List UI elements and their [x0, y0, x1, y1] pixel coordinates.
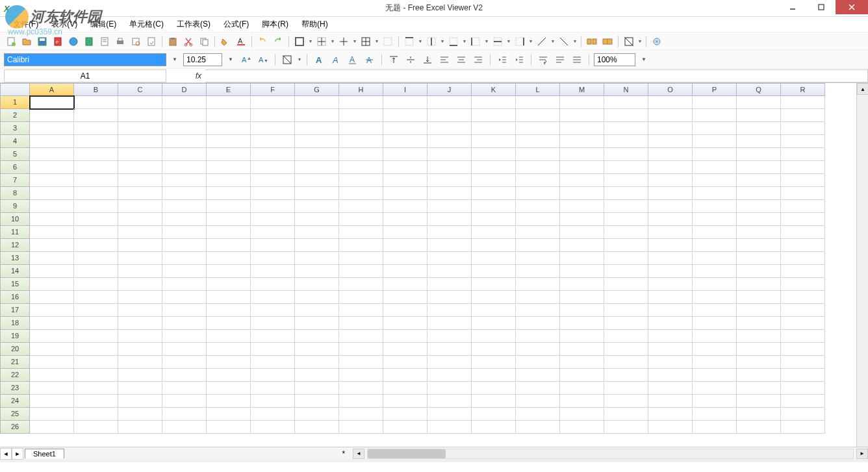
cell[interactable] [648, 135, 693, 148]
cell[interactable] [339, 109, 383, 122]
cell[interactable] [30, 226, 74, 239]
cell[interactable] [207, 265, 251, 278]
cell[interactable] [428, 226, 472, 239]
cell[interactable] [383, 382, 428, 395]
cell[interactable] [737, 382, 781, 395]
rotate-text-icon[interactable] [553, 53, 567, 67]
cell[interactable] [693, 252, 737, 265]
cell[interactable] [295, 408, 339, 421]
cell[interactable] [648, 304, 693, 317]
cell[interactable] [737, 213, 781, 226]
cell[interactable] [648, 109, 693, 122]
cell[interactable] [118, 278, 162, 291]
cell[interactable] [162, 174, 207, 187]
row-header-4[interactable]: 4 [0, 135, 30, 148]
cell[interactable] [162, 382, 207, 395]
cell[interactable] [737, 265, 781, 278]
cell[interactable] [251, 395, 295, 408]
cell[interactable] [118, 317, 162, 330]
cell[interactable] [251, 382, 295, 395]
new-sheet-icon[interactable]: * [338, 449, 349, 458]
cell[interactable] [30, 135, 74, 148]
cell[interactable] [560, 330, 604, 343]
cell[interactable] [560, 317, 604, 330]
text-direction-icon[interactable] [570, 53, 584, 67]
cell[interactable] [162, 135, 207, 148]
column-header-J[interactable]: J [428, 83, 472, 96]
cell[interactable] [516, 304, 560, 317]
cell[interactable] [648, 408, 693, 421]
cell[interactable] [737, 291, 781, 304]
row-header-11[interactable]: 11 [0, 226, 30, 239]
cell[interactable] [30, 395, 74, 408]
wrap-text-icon[interactable] [536, 53, 550, 67]
cell-style-icon[interactable] [280, 53, 294, 67]
cell[interactable] [781, 174, 825, 187]
row-header-24[interactable]: 24 [0, 395, 30, 408]
cell[interactable] [428, 330, 472, 343]
cut-icon[interactable] [181, 34, 196, 49]
cell[interactable] [604, 317, 648, 330]
cell[interactable] [428, 252, 472, 265]
cell[interactable] [30, 187, 74, 200]
cell[interactable] [428, 122, 472, 135]
cell[interactable] [781, 278, 825, 291]
cell[interactable] [516, 161, 560, 174]
cell[interactable] [516, 408, 560, 421]
cell[interactable] [383, 252, 428, 265]
cell[interactable] [472, 369, 516, 382]
cell[interactable] [428, 265, 472, 278]
cell[interactable] [472, 187, 516, 200]
new-file-icon[interactable] [4, 34, 18, 49]
cell[interactable] [118, 369, 162, 382]
border-horizontal-drop-icon[interactable]: ▼ [506, 39, 511, 43]
cell[interactable] [693, 174, 737, 187]
minimize-button[interactable] [778, 0, 807, 14]
cell[interactable] [339, 304, 383, 317]
menu-formula[interactable]: 公式(F) [218, 18, 254, 31]
cell[interactable] [472, 408, 516, 421]
cell[interactable] [737, 226, 781, 239]
cell[interactable] [162, 265, 207, 278]
cell[interactable] [74, 213, 118, 226]
copy-icon[interactable] [197, 34, 211, 49]
cell[interactable] [781, 317, 825, 330]
cell[interactable] [648, 421, 693, 434]
cell[interactable] [74, 239, 118, 252]
freeze-panes-icon[interactable] [650, 34, 664, 49]
cell[interactable] [737, 174, 781, 187]
cell[interactable] [560, 135, 604, 148]
cell[interactable] [516, 135, 560, 148]
cell[interactable] [693, 96, 737, 109]
cell[interactable] [472, 96, 516, 109]
cell[interactable] [693, 343, 737, 356]
cell[interactable] [472, 239, 516, 252]
cell[interactable] [383, 356, 428, 369]
cell[interactable] [118, 109, 162, 122]
cell[interactable] [428, 213, 472, 226]
cell[interactable] [339, 278, 383, 291]
cell[interactable] [648, 187, 693, 200]
cell[interactable] [118, 96, 162, 109]
cell[interactable] [516, 265, 560, 278]
cell[interactable] [604, 304, 648, 317]
cell[interactable] [737, 96, 781, 109]
border-bottom-drop-icon[interactable]: ▼ [462, 39, 467, 43]
cell[interactable] [162, 226, 207, 239]
cell[interactable] [118, 161, 162, 174]
cell[interactable] [516, 278, 560, 291]
cell[interactable] [162, 278, 207, 291]
cell[interactable] [295, 278, 339, 291]
cell[interactable] [207, 109, 251, 122]
column-header-N[interactable]: N [604, 83, 648, 96]
cell[interactable] [737, 148, 781, 161]
row-header-16[interactable]: 16 [0, 291, 30, 304]
cell[interactable] [516, 356, 560, 369]
cell[interactable] [118, 382, 162, 395]
cell[interactable] [428, 187, 472, 200]
cell[interactable] [383, 330, 428, 343]
row-header-19[interactable]: 19 [0, 330, 30, 343]
cell[interactable] [737, 161, 781, 174]
cell[interactable] [30, 317, 74, 330]
cell[interactable] [560, 213, 604, 226]
